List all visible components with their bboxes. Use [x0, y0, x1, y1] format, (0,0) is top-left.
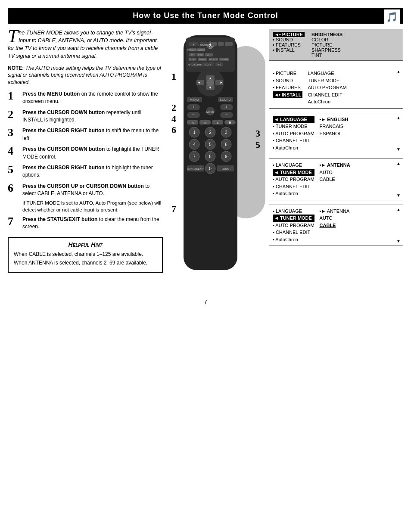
panel3-language: • LANGUAGE: [273, 162, 314, 169]
panel2-right-espanol: ESPANOL: [320, 130, 349, 137]
panel2-arrow-down: ▼: [396, 146, 401, 152]
menu-top-left: ◄• PICTURE • SOUND • FEATURES • INSTALL: [273, 32, 305, 58]
step-1: 1 Press the MENU button on the remote co…: [8, 90, 163, 106]
header-title: How to Use the Tuner Mode Control: [133, 11, 278, 20]
step-overlay-1: 1: [171, 71, 176, 82]
panel1-right-channel: CHANNEL EDIT: [308, 91, 346, 99]
panel2-language-selected: ◄ LANGUAGE: [273, 116, 314, 123]
panel4-language: • LANGUAGE: [273, 208, 314, 215]
page-header: How to Use the Tuner Mode Control 🎵: [8, 8, 403, 24]
panel3-arrow-down: ▼: [396, 192, 401, 199]
svg-text:PREV.LIST: PREV.LIST: [187, 49, 198, 51]
menu-top-right: BRIGHTNESS COLOR PICTURE SHARPNESS TINT: [311, 32, 342, 58]
step-4-number: 4: [8, 146, 20, 157]
panel1-sound: • SOUND: [273, 77, 302, 84]
svg-text:6: 6: [225, 142, 227, 147]
panel2-arrow-up: ▲: [396, 115, 401, 121]
svg-text:−: −: [225, 112, 228, 117]
panel3-right-auto: AUTO: [320, 169, 350, 176]
left-column: T he TUNER MODE allows you to change the…: [8, 29, 163, 285]
svg-text:4: 4: [193, 142, 196, 147]
step-1-number: 1: [8, 90, 20, 102]
menu-right-tint: TINT: [311, 53, 342, 58]
svg-text:2: 2: [209, 130, 212, 135]
panel1-install-selected: ◄• INSTALL: [273, 91, 302, 99]
svg-text:AUTO SOUND: AUTO SOUND: [187, 63, 202, 66]
step-5-text: Press the CURSOR RIGHT button to highlig…: [22, 164, 163, 179]
panel4-auto: • AUTO PROGRAM: [273, 222, 314, 229]
step-6-number: 6: [8, 183, 20, 194]
step-4-text: Press the CURSOR DOWN button to highligh…: [22, 146, 163, 161]
svg-text:▲: ▲: [209, 76, 212, 80]
panel2-right-english: •► ENGLISH: [320, 116, 349, 123]
panel3-arrow-up: ▲: [396, 160, 401, 167]
menu-item-install: • INSTALL: [273, 47, 305, 53]
helpful-hint-2: When ANTENNA is selected, channels 2–69 …: [14, 259, 157, 267]
step-overlay-35: 35: [255, 128, 260, 150]
panel1-arrow-up: ▲: [396, 68, 401, 75]
drop-cap: T: [8, 29, 18, 44]
svg-text:+: +: [192, 105, 195, 109]
panel3-right: •► ANTENNA AUTO CABLE: [320, 162, 350, 197]
panel4-autochron: • AutoChron: [273, 236, 314, 243]
helpful-hint-title: Helpful Hint: [14, 241, 157, 248]
menu-item-sound: • SOUND: [273, 37, 305, 42]
svg-rect-8: [211, 42, 217, 46]
panel2-auto: • AUTO PROGRAM: [273, 130, 314, 137]
step-3: 3 Press the CURSOR RIGHT button to shift…: [8, 127, 163, 142]
panel1-features: • FEATURES: [273, 84, 302, 91]
panel4-left: • LANGUAGE ◄ TUNER MODE • AUTO PROGRAM •…: [273, 208, 314, 243]
svg-text:3: 3: [225, 130, 227, 135]
step-2-text: Press the CURSOR DOWN button repeatedly …: [22, 109, 163, 124]
step-7-number: 7: [8, 216, 20, 227]
svg-text:►: ►: [220, 81, 223, 84]
panel3-right-antenna: •► ANTENNA: [320, 162, 350, 169]
right-column: ◄• PICTURE • SOUND • FEATURES • INSTALL …: [269, 29, 403, 285]
svg-text:MENU: MENU: [190, 98, 199, 101]
svg-text:TV: TV: [203, 121, 207, 124]
menu-panel-1: ▲ • PICTURE • SOUND • FEATURES ◄• INSTAL…: [269, 67, 403, 109]
helpful-hint-1: When CABLE is selected, channels 1–125 a…: [14, 251, 157, 258]
step-6-text: Press the CURSOR UP or CURSOR DOWN butto…: [22, 183, 163, 198]
step-overlay-246: 246: [171, 102, 176, 136]
svg-text:SOUND: SOUND: [220, 98, 230, 101]
svg-text:FORMAT: FORMAT: [220, 58, 229, 61]
step-3-number: 3: [8, 127, 20, 138]
remote-control-svg: ⏻ PP POSITION PREV.LIST CLOCK TV: [171, 33, 250, 283]
menu-item-features: • FEATURES: [273, 42, 305, 47]
panel3-channel: • CHANNEL EDIT: [273, 183, 314, 190]
svg-text:LOOK: LOOK: [222, 168, 229, 170]
svg-text:0: 0: [209, 166, 212, 171]
step-overlay-7: 7: [171, 203, 176, 215]
panel4-tuner-selected: ◄ TUNER MODE: [273, 215, 314, 222]
panel4-right-cable: CABLE: [320, 222, 350, 229]
intro-body: he TUNER MODE allows you to change the T…: [8, 30, 158, 59]
svg-text:▼: ▼: [209, 86, 212, 90]
svg-text:5: 5: [209, 142, 212, 147]
panel4-right: •► ANTENNA AUTO CABLE: [320, 208, 350, 243]
svg-text:DVD: DVD: [198, 53, 203, 56]
step-1-text: Press the MENU button on the remote cont…: [22, 90, 163, 106]
panel1-right-tuner: TUNER MODE: [308, 77, 346, 84]
svg-text:ACTV: ACTV: [205, 63, 211, 66]
step-5-number: 5: [8, 164, 20, 175]
step-3-text: Press the CURSOR RIGHT button to shift t…: [22, 127, 163, 142]
menu-panel-top: ◄• PICTURE • SOUND • FEATURES • INSTALL …: [269, 29, 403, 61]
steps-list-2: 7 Press the STATUS/EXIT button to clear …: [8, 216, 163, 231]
step-2: 2 Press the CURSOR DOWN button repeatedl…: [8, 109, 163, 124]
menu-right-picture: PICTURE: [311, 42, 342, 47]
step-7-text: Press the STATUS/EXIT button to clear th…: [22, 216, 163, 231]
svg-rect-10: [225, 42, 233, 46]
menu-right-color: COLOR: [311, 37, 342, 42]
step-7: 7 Press the STATUS/EXIT button to clear …: [8, 216, 163, 231]
menu-right-sharpness: SHARPNESS: [311, 47, 342, 53]
note-label: NOTE:: [8, 65, 24, 71]
svg-text:HD: HD: [216, 121, 220, 124]
panel3-autochron: • AutoChron: [273, 190, 314, 197]
step-6: 6 Press the CURSOR UP or CURSOR DOWN but…: [8, 183, 163, 198]
steps-list: 1 Press the MENU button on the remote co…: [8, 90, 163, 198]
panel1-picture: • PICTURE: [273, 70, 302, 77]
center-column: ⏻ PP POSITION PREV.LIST CLOCK TV: [166, 29, 265, 285]
svg-text:PC: PC: [191, 121, 195, 124]
panel3-tuner-selected: ◄ TUNER MODE: [273, 169, 314, 176]
